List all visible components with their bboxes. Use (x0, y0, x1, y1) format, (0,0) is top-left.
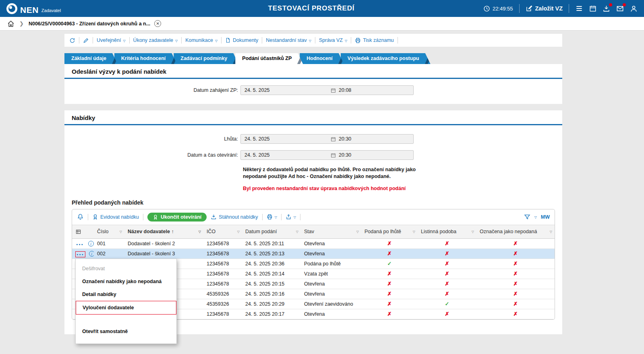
row-actions-button[interactable]: ●●● (75, 242, 85, 247)
calendar-icon (331, 137, 336, 142)
deadline-date-value[interactable]: 24. 5. 2025 (241, 136, 329, 142)
view-code[interactable]: MW (541, 214, 550, 220)
deadline-datetime-field[interactable]: 24. 5. 2025 20:30 (240, 134, 414, 144)
info-icon[interactable]: i (88, 241, 94, 246)
sort-asc-icon: ↑ (171, 229, 174, 234)
downloads-button[interactable] (603, 5, 610, 12)
cross-icon: ✗ (445, 250, 449, 257)
col-cislo[interactable]: Číslo▽ (94, 225, 124, 238)
export-table-button[interactable]: ▽ (286, 214, 296, 220)
back-button[interactable] (69, 37, 75, 43)
nen-logo[interactable]: NEN Zadavatel (6, 3, 139, 14)
col-podana-po-lhute[interactable]: Podaná po lhůtě▽ (361, 225, 418, 238)
tab-podani-ucastniku[interactable]: Podání účastníků ZP (235, 53, 303, 64)
col-stav[interactable]: Stav▽ (301, 225, 361, 238)
dropdown-caret-icon: ▽ (345, 39, 347, 43)
filter-caret-icon[interactable]: ▽ (120, 230, 122, 234)
cell-nazev: Dodavatel - školení 3 (124, 248, 203, 259)
col-listinna-podoba[interactable]: Listinná podoba▽ (418, 225, 476, 238)
tab-zadavaci-podminky[interactable]: Zadávací podmínky (174, 53, 238, 64)
edit-record-button[interactable] (83, 37, 89, 43)
col-oznacena-jako-nepodana[interactable]: Označena jako nepodaná▽ (476, 225, 555, 238)
opening-time-value[interactable]: 20:30 (329, 152, 413, 158)
check-icon: ✓ (387, 261, 392, 267)
close-record-icon[interactable]: ✕ (154, 20, 161, 27)
ukoncit-otevirani-button[interactable]: Ukončit otevírání (147, 213, 207, 222)
menu-dokumenty[interactable]: Dokumenty (225, 37, 258, 43)
print-table-button[interactable]: ▽ (267, 214, 277, 220)
cell-stav: Podána po lhůtě (301, 259, 361, 269)
cell-po-lhute: ✗ (361, 309, 418, 319)
menu-ukony-zadavatele[interactable]: Úkony zadavatele▽ (133, 37, 178, 43)
opening-datetime-field[interactable]: 24. 5. 2025 20:30 (240, 150, 414, 160)
home-button[interactable] (7, 20, 14, 27)
col-datum-podani[interactable]: Datum podání▽ (242, 225, 301, 238)
menu-uverejneni[interactable]: Uveřejnění▽ (97, 37, 126, 43)
start-date-value[interactable]: 24. 5. 2025 (241, 87, 329, 93)
row-actions-button[interactable]: ●●● (75, 251, 85, 257)
column-settings-header[interactable] (72, 225, 94, 238)
filter-caret-icon[interactable]: ▽ (472, 230, 474, 234)
menu-sprava-vz[interactable]: Správa VZ▽ (319, 37, 347, 43)
filter-caret-icon[interactable]: ▽ (413, 230, 415, 234)
stahnout-nabidky-button[interactable]: Stáhnout nabídky (211, 214, 258, 220)
filter-caret-icon[interactable]: ▽ (199, 230, 201, 234)
clock-icon (483, 5, 490, 12)
messages-button[interactable] (616, 5, 624, 12)
offers-table-toolbar: Evidovat nabídku Ukončit otevírání Stáhn… (72, 209, 555, 225)
user-icon (630, 5, 638, 12)
cell-nepodana: ✗ (476, 269, 555, 279)
menu-item-detail-nabidky[interactable]: Detail nabídky (76, 288, 176, 301)
edit-square-icon (526, 5, 533, 12)
notifications-button[interactable] (77, 213, 84, 220)
seal-icon (153, 214, 158, 220)
menu-nestandardni-stav[interactable]: Nestandardní stav▽ (266, 37, 311, 43)
tab-kriteria-hodnoceni[interactable]: Kritéria hodnocení (114, 53, 177, 64)
table-row[interactable]: ●●●i002Dodavatel - školení 31234567824. … (72, 248, 555, 259)
cross-icon: ✗ (387, 250, 392, 257)
funnel-icon (524, 214, 530, 220)
open-record-tab[interactable]: N006/25/V00004963 - Zřízení datových okr… (29, 21, 150, 27)
breadcrumb: ❯ N006/25/V00004963 - Zřízení datových o… (0, 17, 644, 31)
cross-icon: ✗ (445, 261, 449, 267)
cell-ico: 12345678 (203, 309, 242, 319)
view-caret-icon[interactable]: ▽ (534, 215, 537, 219)
start-time-value[interactable]: 20:08 (329, 87, 413, 93)
cell-stav: Vzata zpět (301, 269, 361, 279)
cross-icon: ✗ (514, 271, 518, 277)
menu-komunikace[interactable]: Komunikace▽ (185, 37, 217, 43)
opening-date-value[interactable]: 24. 5. 2025 (241, 152, 329, 158)
filter-caret-icon[interactable]: ▽ (550, 230, 552, 234)
filter-button[interactable] (524, 214, 530, 220)
col-ico[interactable]: IČO▽ (203, 225, 242, 238)
menu-item-desifrovat: Dešifrovat (76, 262, 176, 275)
tab-hodnoceni[interactable]: Hodnocení (300, 53, 344, 64)
start-datetime-field[interactable]: 24. 5. 2025 20:08 (240, 85, 414, 95)
evidovat-nabidku-button[interactable]: Evidovat nabídku (92, 214, 139, 220)
cell-nepodana: ✗ (476, 238, 555, 248)
table-row[interactable]: ●●●i001Dodavatel - školení 21234567824. … (72, 238, 555, 248)
cell-nepodana: ✗ (476, 289, 555, 299)
profile-button[interactable] (630, 5, 638, 12)
calendar-button[interactable] (589, 5, 596, 12)
tab-vysledek[interactable]: Výsledek zadávacího postupu (341, 53, 431, 64)
filter-caret-icon[interactable]: ▽ (296, 230, 298, 234)
main-menu-button[interactable] (575, 4, 583, 12)
notification-badge (609, 3, 612, 6)
notification-badge (623, 3, 626, 6)
print-record-button[interactable]: Tisk záznamu (355, 37, 394, 43)
cell-listinna: ✓ (418, 299, 476, 309)
create-vz-button[interactable]: Založit VZ (526, 5, 563, 12)
tab-zakladni-udaje[interactable]: Základní údaje (64, 53, 118, 64)
menu-item-oznaceni-nepodana[interactable]: Označení nabídky jako nepodaná (76, 275, 176, 288)
deadline-time-value[interactable]: 20:30 (329, 136, 413, 142)
cross-icon: ✗ (514, 240, 518, 246)
offers-table-panel: Evidovat nabídku Ukončit otevírání Stáhn… (72, 209, 555, 320)
info-icon[interactable]: i (89, 251, 94, 257)
menu-item-otevrit-samostatne[interactable]: Otevřít samostatně (76, 325, 176, 338)
menu-item-vylouceni-dodavatele[interactable]: Vyloučení dodavatele (76, 301, 176, 315)
filter-caret-icon[interactable]: ▽ (356, 230, 359, 234)
filter-caret-icon[interactable]: ▽ (237, 230, 240, 234)
session-clock: 22:49:55 (483, 5, 513, 12)
col-nazev-dodavatele[interactable]: Název dodavatele ↑▽ (124, 225, 203, 238)
